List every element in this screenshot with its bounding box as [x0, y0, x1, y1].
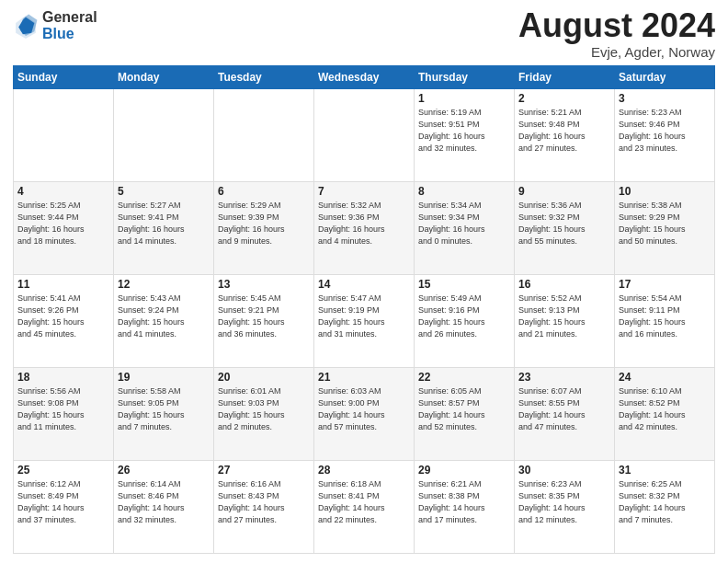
calendar-day-cell: 24Sunrise: 6:10 AMSunset: 8:52 PMDayligh… [615, 368, 715, 461]
day-number: 1 [418, 92, 510, 105]
col-monday: Monday [114, 66, 214, 89]
calendar-day-cell: 29Sunrise: 6:21 AMSunset: 8:38 PMDayligh… [415, 461, 515, 554]
calendar-week-row: 11Sunrise: 5:41 AMSunset: 9:26 PMDayligh… [14, 275, 715, 368]
day-number: 26 [118, 464, 210, 477]
day-info: Sunrise: 5:27 AMSunset: 9:41 PMDaylight:… [118, 200, 210, 247]
calendar-day-cell: 31Sunrise: 6:25 AMSunset: 8:32 PMDayligh… [615, 461, 715, 554]
calendar-day-cell: 4Sunrise: 5:25 AMSunset: 9:44 PMDaylight… [14, 182, 114, 275]
calendar-day-cell: 30Sunrise: 6:23 AMSunset: 8:35 PMDayligh… [515, 461, 615, 554]
day-number: 19 [118, 371, 210, 384]
day-number: 18 [17, 371, 109, 384]
calendar-day-cell: 3Sunrise: 5:23 AMSunset: 9:46 PMDaylight… [615, 89, 715, 182]
calendar-day-cell: 1Sunrise: 5:19 AMSunset: 9:51 PMDaylight… [415, 89, 515, 182]
calendar-header-row: Sunday Monday Tuesday Wednesday Thursday… [14, 66, 715, 89]
day-number: 17 [619, 278, 711, 291]
calendar-table: Sunday Monday Tuesday Wednesday Thursday… [13, 65, 715, 554]
day-info: Sunrise: 5:41 AMSunset: 9:26 PMDaylight:… [17, 293, 109, 340]
day-info: Sunrise: 5:54 AMSunset: 9:11 PMDaylight:… [619, 293, 711, 340]
day-info: Sunrise: 6:05 AMSunset: 8:57 PMDaylight:… [418, 385, 510, 433]
logo-icon [13, 13, 39, 39]
day-info: Sunrise: 5:32 AMSunset: 9:36 PMDaylight:… [318, 200, 410, 247]
day-number: 9 [518, 185, 610, 198]
day-number: 27 [218, 464, 310, 477]
col-sunday: Sunday [14, 66, 114, 89]
day-number: 24 [619, 371, 711, 384]
day-number: 13 [218, 278, 310, 291]
day-number: 10 [619, 185, 711, 198]
calendar-day-cell [314, 89, 415, 182]
day-number: 21 [318, 371, 410, 384]
calendar-day-cell: 20Sunrise: 6:01 AMSunset: 9:03 PMDayligh… [214, 368, 314, 461]
calendar-day-cell: 21Sunrise: 6:03 AMSunset: 9:00 PMDayligh… [314, 368, 415, 461]
calendar-day-cell [114, 89, 214, 182]
day-number: 6 [218, 185, 310, 198]
day-info: Sunrise: 5:21 AMSunset: 9:48 PMDaylight:… [518, 107, 610, 155]
day-number: 25 [17, 464, 109, 477]
calendar-location: Evje, Agder, Norway [518, 44, 715, 60]
day-number: 8 [418, 185, 510, 198]
day-info: Sunrise: 6:23 AMSunset: 8:35 PMDaylight:… [518, 478, 610, 526]
day-number: 12 [118, 278, 210, 291]
day-info: Sunrise: 6:10 AMSunset: 8:52 PMDaylight:… [619, 385, 711, 433]
day-number: 7 [318, 185, 410, 198]
day-number: 30 [518, 464, 610, 477]
calendar-day-cell: 8Sunrise: 5:34 AMSunset: 9:34 PMDaylight… [415, 182, 515, 275]
header: General Blue August 2024 Evje, Agder, No… [13, 9, 715, 60]
calendar-day-cell: 6Sunrise: 5:29 AMSunset: 9:39 PMDaylight… [214, 182, 314, 275]
day-info: Sunrise: 5:25 AMSunset: 9:44 PMDaylight:… [17, 200, 109, 247]
calendar-day-cell: 7Sunrise: 5:32 AMSunset: 9:36 PMDaylight… [314, 182, 415, 275]
day-info: Sunrise: 6:25 AMSunset: 8:32 PMDaylight:… [619, 478, 711, 526]
day-info: Sunrise: 5:58 AMSunset: 9:05 PMDaylight:… [118, 385, 210, 433]
calendar-day-cell: 13Sunrise: 5:45 AMSunset: 9:21 PMDayligh… [214, 275, 314, 368]
calendar-day-cell [14, 89, 114, 182]
calendar-day-cell: 28Sunrise: 6:18 AMSunset: 8:41 PMDayligh… [314, 461, 415, 554]
calendar-day-cell: 18Sunrise: 5:56 AMSunset: 9:08 PMDayligh… [14, 368, 114, 461]
day-info: Sunrise: 5:23 AMSunset: 9:46 PMDaylight:… [619, 107, 711, 155]
day-info: Sunrise: 6:07 AMSunset: 8:55 PMDaylight:… [518, 385, 610, 433]
logo: General Blue [13, 9, 97, 41]
calendar-day-cell: 25Sunrise: 6:12 AMSunset: 8:49 PMDayligh… [14, 461, 114, 554]
day-number: 2 [518, 92, 610, 105]
day-number: 5 [118, 185, 210, 198]
calendar-day-cell: 19Sunrise: 5:58 AMSunset: 9:05 PMDayligh… [114, 368, 214, 461]
calendar-week-row: 25Sunrise: 6:12 AMSunset: 8:49 PMDayligh… [14, 461, 715, 554]
calendar-title: August 2024 [518, 9, 715, 42]
day-number: 4 [17, 185, 109, 198]
day-number: 16 [518, 278, 610, 291]
day-info: Sunrise: 6:21 AMSunset: 8:38 PMDaylight:… [418, 478, 510, 526]
col-saturday: Saturday [615, 66, 715, 89]
day-number: 29 [418, 464, 510, 477]
calendar-day-cell: 22Sunrise: 6:05 AMSunset: 8:57 PMDayligh… [415, 368, 515, 461]
calendar-day-cell: 14Sunrise: 5:47 AMSunset: 9:19 PMDayligh… [314, 275, 415, 368]
day-info: Sunrise: 6:12 AMSunset: 8:49 PMDaylight:… [17, 478, 109, 526]
page: General Blue August 2024 Evje, Agder, No… [0, 0, 728, 563]
day-info: Sunrise: 5:38 AMSunset: 9:29 PMDaylight:… [619, 200, 711, 247]
day-info: Sunrise: 5:43 AMSunset: 9:24 PMDaylight:… [118, 293, 210, 340]
calendar-week-row: 4Sunrise: 5:25 AMSunset: 9:44 PMDaylight… [14, 182, 715, 275]
day-info: Sunrise: 6:18 AMSunset: 8:41 PMDaylight:… [318, 478, 410, 526]
day-number: 11 [17, 278, 109, 291]
day-info: Sunrise: 5:49 AMSunset: 9:16 PMDaylight:… [418, 293, 510, 340]
calendar-week-row: 1Sunrise: 5:19 AMSunset: 9:51 PMDaylight… [14, 89, 715, 182]
col-friday: Friday [515, 66, 615, 89]
col-tuesday: Tuesday [214, 66, 314, 89]
day-info: Sunrise: 5:56 AMSunset: 9:08 PMDaylight:… [17, 385, 109, 433]
day-info: Sunrise: 6:16 AMSunset: 8:43 PMDaylight:… [218, 478, 310, 526]
calendar-day-cell: 27Sunrise: 6:16 AMSunset: 8:43 PMDayligh… [214, 461, 314, 554]
day-info: Sunrise: 6:03 AMSunset: 9:00 PMDaylight:… [318, 385, 410, 433]
day-number: 15 [418, 278, 510, 291]
col-thursday: Thursday [415, 66, 515, 89]
day-info: Sunrise: 5:29 AMSunset: 9:39 PMDaylight:… [218, 200, 310, 247]
title-block: August 2024 Evje, Agder, Norway [518, 9, 715, 60]
calendar-day-cell [214, 89, 314, 182]
day-number: 22 [418, 371, 510, 384]
day-info: Sunrise: 5:52 AMSunset: 9:13 PMDaylight:… [518, 293, 610, 340]
logo-blue-text: Blue [42, 26, 97, 42]
calendar-day-cell: 23Sunrise: 6:07 AMSunset: 8:55 PMDayligh… [515, 368, 615, 461]
calendar-day-cell: 5Sunrise: 5:27 AMSunset: 9:41 PMDaylight… [114, 182, 214, 275]
day-info: Sunrise: 5:34 AMSunset: 9:34 PMDaylight:… [418, 200, 510, 247]
day-info: Sunrise: 5:47 AMSunset: 9:19 PMDaylight:… [318, 293, 410, 340]
day-number: 23 [518, 371, 610, 384]
calendar-day-cell: 12Sunrise: 5:43 AMSunset: 9:24 PMDayligh… [114, 275, 214, 368]
day-number: 3 [619, 92, 711, 105]
